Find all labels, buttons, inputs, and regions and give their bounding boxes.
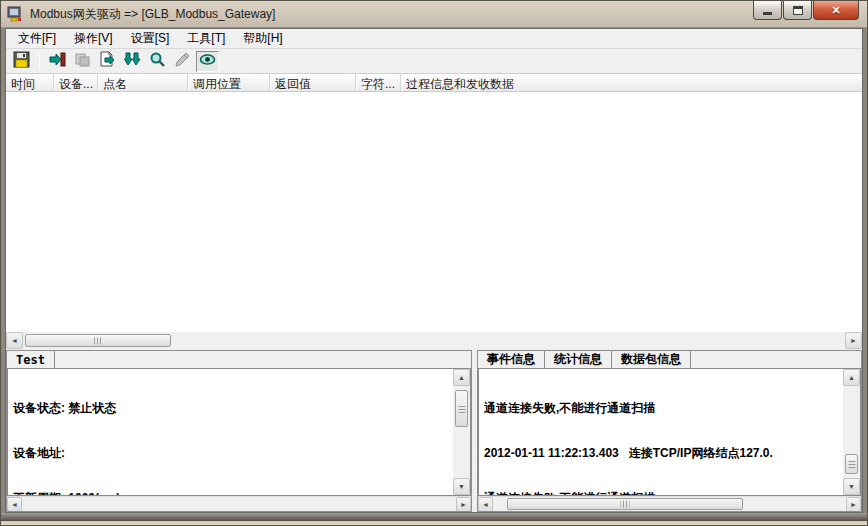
connect-button[interactable] bbox=[46, 51, 69, 72]
connect-icon bbox=[49, 51, 66, 71]
copy-icon bbox=[74, 51, 91, 71]
scan-button[interactable] bbox=[121, 51, 144, 72]
scroll-left-button[interactable]: ◄ bbox=[6, 332, 23, 349]
column-header-return-value[interactable]: 返回值 bbox=[270, 74, 356, 91]
column-header-char[interactable]: 字符... bbox=[356, 74, 401, 91]
info-line: 设备状态: 禁止状态 bbox=[13, 401, 448, 416]
column-header-time[interactable]: 时间 bbox=[6, 74, 54, 91]
menu-item-help[interactable]: 帮助[H] bbox=[234, 28, 291, 49]
device-hscroll-track[interactable] bbox=[22, 497, 456, 512]
scroll-left-button[interactable]: ◄ bbox=[7, 497, 22, 512]
event-vscroll-track[interactable] bbox=[843, 386, 860, 478]
save-button[interactable] bbox=[10, 51, 33, 72]
search-button[interactable] bbox=[146, 51, 169, 72]
close-button[interactable]: ✕ bbox=[813, 1, 859, 20]
event-vertical-scrollbar: ▲ ▼ bbox=[843, 369, 860, 495]
scroll-right-button[interactable]: ► bbox=[456, 497, 471, 512]
pencil-icon bbox=[174, 51, 191, 71]
menu-item-tools[interactable]: 工具[T] bbox=[178, 28, 234, 49]
menu-item-settings[interactable]: 设置[S] bbox=[122, 28, 179, 49]
maximize-icon bbox=[793, 6, 803, 15]
toolbar-separator bbox=[39, 53, 40, 70]
log-table-body[interactable] bbox=[6, 92, 862, 332]
column-header-process-info[interactable]: 过程信息和发收数据 bbox=[401, 74, 862, 91]
arrow-left-icon: ◄ bbox=[482, 501, 489, 508]
maximize-button[interactable] bbox=[783, 1, 812, 20]
tab-test[interactable]: Test bbox=[7, 351, 55, 368]
scroll-up-button[interactable]: ▲ bbox=[843, 369, 860, 386]
window-title: Modbus网关驱动 => [GLB_Modbus_Gateway] bbox=[30, 6, 275, 23]
column-header-device[interactable]: 设备... bbox=[54, 74, 98, 91]
menu-item-file[interactable]: 文件[F] bbox=[9, 28, 65, 49]
event-hscroll-thumb[interactable] bbox=[507, 498, 743, 510]
device-info-content: 设备状态: 禁止状态 设备地址: 更新周期: 1000(ms) 超时时间: 80… bbox=[7, 368, 471, 496]
scroll-left-button[interactable]: ◄ bbox=[478, 497, 493, 512]
event-log-text: 通道连接失败,不能进行通道扫描 2012-01-11 11:22:13.403 … bbox=[479, 369, 843, 495]
arrow-right-icon: ► bbox=[460, 501, 467, 508]
device-tab-row: Test bbox=[7, 351, 471, 368]
export-page-icon bbox=[99, 51, 116, 71]
event-log-content: 通道连接失败,不能进行通道扫描 2012-01-11 11:22:13.403 … bbox=[478, 368, 861, 496]
watch-eye-icon bbox=[199, 51, 216, 71]
device-vscroll-thumb[interactable] bbox=[455, 390, 468, 427]
close-icon: ✕ bbox=[831, 5, 840, 16]
arrow-left-icon: ◄ bbox=[11, 501, 18, 508]
double-down-arrow-icon bbox=[124, 51, 141, 71]
arrow-left-icon: ◄ bbox=[11, 337, 18, 344]
scroll-down-button[interactable]: ▼ bbox=[453, 478, 470, 495]
search-icon bbox=[149, 51, 166, 71]
copy-button[interactable] bbox=[71, 51, 94, 72]
window-controls: ✕ bbox=[753, 1, 859, 20]
device-vscroll-track[interactable] bbox=[453, 386, 470, 478]
event-info-panel: 事件信息 统计信息 数据包信息 通道连接失败,不能进行通道扫描 2012-01-… bbox=[477, 350, 862, 512]
menu-bar: 文件[F] 操作[V] 设置[S] 工具[T] 帮助[H] bbox=[6, 29, 862, 49]
scroll-up-button[interactable]: ▲ bbox=[453, 369, 470, 386]
arrow-down-icon: ▼ bbox=[848, 483, 855, 490]
monitor-button[interactable] bbox=[196, 51, 219, 72]
tab-packet-info[interactable]: 数据包信息 bbox=[612, 351, 691, 368]
event-horizontal-scrollbar: ◄ ► bbox=[478, 496, 861, 511]
device-horizontal-scrollbar: ◄ ► bbox=[7, 496, 471, 511]
main-scrollbar-thumb[interactable] bbox=[25, 334, 171, 347]
log-table-header: 时间 设备... 点名 调用位置 返回值 字符... 过程信息和发收数据 bbox=[6, 74, 862, 92]
event-hscroll-track[interactable] bbox=[493, 497, 846, 512]
event-vscroll-thumb[interactable] bbox=[845, 454, 858, 474]
scroll-right-button[interactable]: ► bbox=[845, 332, 862, 349]
app-icon[interactable] bbox=[7, 6, 25, 22]
toolbar bbox=[6, 49, 862, 74]
bottom-split-area: Test 设备状态: 禁止状态 设备地址: 更新周期: 1000(ms) 超时时… bbox=[6, 349, 862, 512]
export-button[interactable] bbox=[96, 51, 119, 72]
client-area: 文件[F] 操作[V] 设置[S] 工具[T] 帮助[H] bbox=[5, 28, 863, 513]
app-window: Modbus网关驱动 => [GLB_Modbus_Gateway] ✕ 文件[… bbox=[0, 0, 868, 526]
title-bar: Modbus网关驱动 => [GLB_Modbus_Gateway] ✕ bbox=[1, 1, 867, 28]
tab-statistics-info[interactable]: 统计信息 bbox=[545, 351, 612, 368]
scroll-right-button[interactable]: ► bbox=[846, 497, 861, 512]
save-icon bbox=[13, 51, 30, 71]
info-line: 设备地址: bbox=[13, 446, 448, 461]
minimize-button[interactable] bbox=[753, 1, 782, 20]
arrow-up-icon: ▲ bbox=[458, 374, 465, 381]
event-tab-row: 事件信息 统计信息 数据包信息 bbox=[478, 351, 861, 368]
log-line: 通道连接失败,不能进行通道扫描 bbox=[484, 401, 838, 416]
log-line: 2012-01-11 11:22:13.403 连接TCP/IP网络结点127.… bbox=[484, 446, 838, 461]
menu-item-operate[interactable]: 操作[V] bbox=[65, 28, 122, 49]
window-bottom-border bbox=[1, 513, 867, 525]
device-vertical-scrollbar: ▲ ▼ bbox=[453, 369, 470, 495]
main-scrollbar-track[interactable] bbox=[23, 332, 845, 349]
main-horizontal-scrollbar: ◄ ► bbox=[6, 332, 862, 349]
device-info-panel: Test 设备状态: 禁止状态 设备地址: 更新周期: 1000(ms) 超时时… bbox=[6, 350, 472, 512]
info-line: 更新周期: 1000(ms) bbox=[13, 491, 448, 495]
arrow-right-icon: ► bbox=[850, 501, 857, 508]
arrow-down-icon: ▼ bbox=[458, 483, 465, 490]
tab-event-info[interactable]: 事件信息 bbox=[478, 351, 545, 368]
log-line: 通道连接失败,不能进行通道扫描 bbox=[484, 491, 838, 495]
device-info-text: 设备状态: 禁止状态 设备地址: 更新周期: 1000(ms) 超时时间: 80… bbox=[8, 369, 453, 495]
minimize-icon bbox=[763, 12, 772, 15]
column-header-call-position[interactable]: 调用位置 bbox=[188, 74, 270, 91]
column-header-point-name[interactable]: 点名 bbox=[98, 74, 188, 91]
arrow-up-icon: ▲ bbox=[848, 374, 855, 381]
scroll-down-button[interactable]: ▼ bbox=[843, 478, 860, 495]
edit-button[interactable] bbox=[171, 51, 194, 72]
arrow-right-icon: ► bbox=[850, 337, 857, 344]
